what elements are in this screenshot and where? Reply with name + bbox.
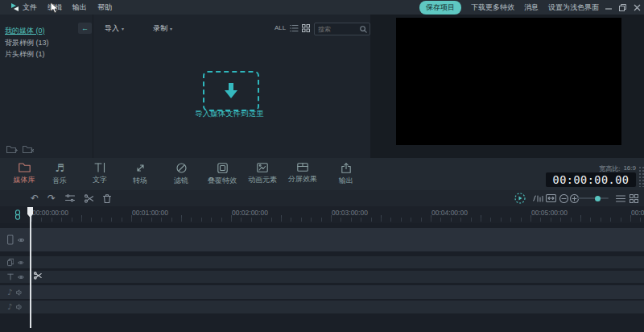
pip-track-lane[interactable] xyxy=(0,256,644,268)
menu-file[interactable]: 文件 xyxy=(23,2,37,13)
timeline-zoom-slider[interactable] xyxy=(576,197,609,199)
light-theme-button[interactable]: 设置为浅色界面 xyxy=(548,2,599,13)
eye-icon[interactable] xyxy=(18,238,24,243)
undo-button[interactable]: ↶ xyxy=(29,190,40,206)
audio-track-1-lane[interactable] xyxy=(0,285,644,299)
video-track-header xyxy=(0,228,24,251)
minimize-icon[interactable] xyxy=(605,4,612,10)
zoom-out-button[interactable] xyxy=(559,190,569,206)
chevron-down-icon: ▾ xyxy=(122,26,124,31)
tab-label: 滤镜 xyxy=(174,176,188,186)
storyboard-view-button[interactable] xyxy=(628,190,639,206)
trash-icon xyxy=(103,194,111,203)
timeline-view-button[interactable] xyxy=(615,190,626,206)
fit-timeline-button[interactable] xyxy=(545,190,557,206)
media-library-panel: 我的媒体 (0) 背景样例 (13) 片头样例 (1) ← 导入 ▾ 录制 ▾ … xyxy=(0,15,371,158)
folder-my-media[interactable]: 我的媒体 (0) xyxy=(5,26,45,36)
download-effects-button[interactable]: 下载更多特效 xyxy=(471,2,514,13)
redo-button[interactable]: ↷ xyxy=(46,190,57,206)
ruler-ticks xyxy=(31,218,643,222)
link-clips-icon[interactable] xyxy=(14,210,22,220)
audio-mixer-button[interactable] xyxy=(531,190,544,206)
timeline-view-icon xyxy=(616,195,625,202)
menu-help[interactable]: 帮助 xyxy=(97,2,112,13)
tab-elements[interactable]: 动画元素 xyxy=(242,163,283,185)
filter-icon xyxy=(176,163,187,173)
filmora-app-window: 文件 编辑 输出 帮助 保存项目 下载更多特效 消息 设置为浅色界面 我的媒体 xyxy=(0,0,644,332)
mixer-icon xyxy=(533,194,543,203)
record-label: 录制 xyxy=(153,23,167,34)
video-track-icon xyxy=(7,234,14,245)
search-input[interactable] xyxy=(315,26,360,33)
zoom-slider-handle[interactable] xyxy=(595,196,601,201)
mouse-cursor xyxy=(50,2,59,14)
preview-panel xyxy=(370,15,644,158)
menu-export[interactable]: 输出 xyxy=(72,2,87,13)
video-track-lane[interactable] xyxy=(0,228,644,251)
search-box xyxy=(314,23,370,35)
eye-icon[interactable] xyxy=(18,260,24,265)
list-view-icon[interactable] xyxy=(290,24,299,32)
adjust-button[interactable] xyxy=(64,190,76,206)
mute-icon[interactable] xyxy=(16,304,23,310)
tab-overlays[interactable]: 叠覆特效 xyxy=(201,163,243,186)
transition-icon xyxy=(135,163,146,173)
tab-text[interactable]: 文字 xyxy=(79,163,121,185)
tab-label: 文字 xyxy=(93,175,107,185)
pip-track-header xyxy=(0,256,24,268)
delete-button[interactable] xyxy=(101,190,113,206)
messages-button[interactable]: 消息 xyxy=(524,2,539,13)
tab-transitions[interactable]: 转场 xyxy=(119,163,161,186)
playhead-line[interactable] xyxy=(30,208,31,328)
timeline-tracks: ♪ ♪ xyxy=(0,223,644,332)
redo-icon: ↷ xyxy=(47,193,56,203)
search-icon xyxy=(360,26,367,33)
record-dropdown[interactable]: 录制 ▾ xyxy=(153,23,172,34)
grid-view-icon[interactable] xyxy=(302,24,310,32)
audio-track-icon: ♪ xyxy=(7,303,12,311)
text-track-icon xyxy=(7,273,14,280)
split-screen-icon xyxy=(297,163,308,172)
render-preview-button[interactable] xyxy=(514,190,526,206)
menubar: 文件 编辑 输出 帮助 保存项目 下载更多特效 消息 设置为浅色界面 xyxy=(0,0,644,15)
tab-label: 动画元素 xyxy=(248,175,277,185)
tab-label: 输出 xyxy=(339,176,353,186)
folder-background-samples[interactable]: 背景样例 (13) xyxy=(5,38,49,48)
tab-filters[interactable]: 滤镜 xyxy=(160,163,202,186)
tab-label: 转场 xyxy=(133,176,147,186)
collapse-panel-button[interactable]: ← xyxy=(78,23,92,34)
folder-intro-samples[interactable]: 片头样例 (1) xyxy=(5,49,45,60)
maximize-icon[interactable] xyxy=(619,4,626,11)
overlay-icon xyxy=(217,163,228,173)
timeline-ruler[interactable]: 00:00:00:00 00:01:00:00 00:02:00:00 00:0… xyxy=(0,206,644,223)
video-preview-canvas xyxy=(396,18,621,145)
scissors-icon xyxy=(85,194,93,203)
tab-split-screen[interactable]: 分屏效果 xyxy=(282,163,324,185)
import-dropdown[interactable]: 导入 ▾ xyxy=(105,23,124,34)
save-project-button[interactable]: 保存项目 xyxy=(419,1,461,15)
mute-icon[interactable] xyxy=(16,289,23,296)
menu-items: 文件 编辑 输出 帮助 xyxy=(23,0,112,15)
close-icon[interactable] xyxy=(634,4,641,11)
split-button[interactable] xyxy=(83,190,94,206)
delete-folder-icon[interactable] xyxy=(23,145,34,154)
eye-icon[interactable] xyxy=(18,275,24,280)
chevron-down-icon: ▾ xyxy=(170,26,172,31)
media-dropzone[interactable] xyxy=(203,71,259,111)
filter-all-button[interactable]: ALL xyxy=(275,24,286,31)
text-track-lane[interactable] xyxy=(0,271,644,283)
tab-label: 音乐 xyxy=(52,176,67,186)
cut-cursor-scissors-icon xyxy=(34,272,42,280)
tab-export[interactable]: 输出 xyxy=(325,163,367,186)
tab-music[interactable]: ♬ 音乐 xyxy=(39,163,80,186)
tab-label: 分屏效果 xyxy=(288,174,317,185)
render-play-icon xyxy=(514,193,526,204)
audio-track-2-lane[interactable] xyxy=(0,301,644,313)
audio-track-2-header: ♪ xyxy=(0,301,24,313)
elements-icon xyxy=(257,163,268,172)
timecode-display[interactable]: 00:00:00.00 xyxy=(546,172,636,187)
add-folder-icon[interactable] xyxy=(6,145,18,154)
panel-drag-handle[interactable] xyxy=(638,166,644,187)
tab-label: 叠覆特效 xyxy=(208,176,237,186)
asset-tab-bar: 媒体库 ♬ 音乐 文字 转场 滤镜 叠覆特效 xyxy=(0,158,644,190)
